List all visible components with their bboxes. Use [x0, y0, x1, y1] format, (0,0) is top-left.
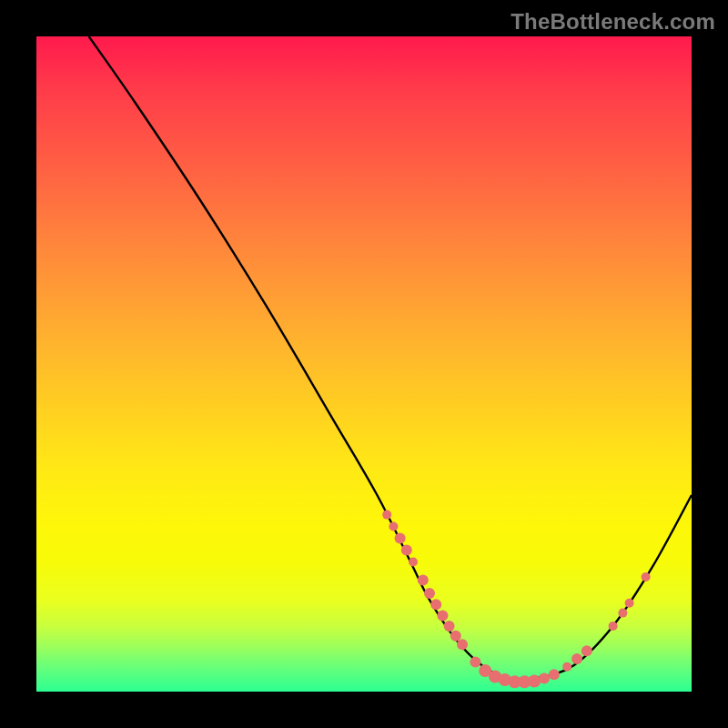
- curve-marker: [401, 544, 412, 555]
- curve-marker: [618, 609, 627, 618]
- curve-marker: [437, 610, 448, 621]
- curve-marker: [581, 645, 592, 656]
- curve-marker: [562, 662, 571, 672]
- curve-marker: [430, 599, 441, 610]
- bottleneck-curve: [89, 36, 692, 681]
- watermark-text: TheBottleneck.com: [511, 9, 715, 35]
- curve-marker: [470, 657, 480, 668]
- chart-frame: TheBottleneck.com: [0, 0, 728, 728]
- curve-marker: [609, 622, 618, 631]
- curve-marker: [424, 588, 435, 599]
- curve-marker: [389, 522, 398, 531]
- curve-svg: [36, 36, 692, 692]
- curve-marker: [457, 639, 468, 650]
- curve-marker: [625, 599, 634, 608]
- curve-marker: [395, 533, 406, 544]
- curve-marker: [444, 621, 455, 632]
- curve-markers: [382, 511, 650, 689]
- curve-marker: [382, 511, 391, 520]
- curve-marker: [528, 674, 541, 687]
- curve-marker: [418, 575, 429, 586]
- curve-marker: [409, 557, 418, 566]
- curve-marker: [549, 669, 560, 680]
- curve-marker: [642, 572, 651, 581]
- plot-area: [36, 36, 692, 692]
- curve-marker: [539, 673, 550, 684]
- curve-marker: [571, 653, 582, 664]
